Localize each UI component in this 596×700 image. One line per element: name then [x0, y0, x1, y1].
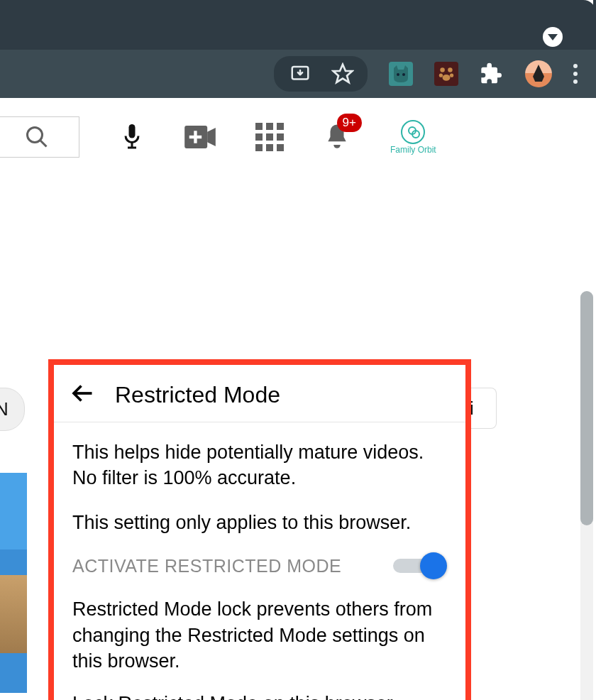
panel-header: Restricted Mode — [54, 378, 465, 422]
svg-point-2 — [397, 73, 399, 76]
toggle-knob — [420, 552, 447, 579]
svg-rect-11 — [129, 124, 136, 138]
notification-badge: 9+ — [337, 114, 362, 132]
svg-point-5 — [448, 67, 453, 72]
arrow-left-icon — [70, 381, 95, 406]
browser-menu-button[interactable] — [573, 64, 578, 84]
apps-button[interactable] — [255, 123, 284, 151]
panel-description-1: This helps hide potentially mature video… — [72, 439, 447, 491]
svg-point-6 — [439, 74, 443, 77]
lock-description: Restricted Mode lock prevents others fro… — [72, 596, 447, 674]
video-thumbnail[interactable]: 21:2 — [0, 473, 27, 693]
svg-marker-1 — [333, 65, 353, 82]
star-icon[interactable] — [331, 62, 355, 86]
svg-line-10 — [40, 141, 47, 147]
account-button[interactable]: Family Orbit — [390, 120, 436, 154]
notifications-button[interactable]: 9+ — [324, 122, 351, 152]
search-button[interactable] — [0, 116, 79, 158]
search-icon — [24, 124, 50, 150]
svg-marker-15 — [207, 128, 216, 146]
profile-avatar[interactable] — [525, 60, 552, 87]
svg-rect-17 — [189, 136, 202, 138]
restricted-mode-panel: Restricted Mode This helps hide potentia… — [54, 365, 465, 700]
browser-toolbar — [0, 50, 596, 98]
filter-chip-partial[interactable]: N — [0, 388, 25, 431]
extension-paw-icon[interactable] — [434, 62, 458, 86]
svg-point-3 — [402, 73, 405, 76]
filter-chips-row: N — [0, 388, 25, 431]
family-orbit-icon — [401, 120, 425, 144]
browser-tab-bar — [0, 0, 596, 50]
tab-dropdown-button[interactable] — [543, 27, 563, 47]
svg-point-9 — [28, 128, 43, 143]
activate-row: ACTIVATE RESTRICTED MODE — [72, 554, 447, 578]
download-icon[interactable] — [288, 62, 312, 86]
panel-description-2: This setting only applies to this browse… — [72, 510, 447, 535]
svg-point-4 — [440, 67, 445, 72]
activate-label: ACTIVATE RESTRICTED MODE — [72, 556, 341, 576]
svg-point-7 — [450, 74, 453, 77]
svg-point-8 — [443, 75, 451, 81]
chevron-down-icon — [548, 34, 558, 40]
panel-title: Restricted Mode — [115, 382, 280, 408]
restricted-mode-toggle[interactable] — [393, 554, 447, 578]
back-button[interactable] — [70, 381, 95, 409]
apps-grid-icon — [255, 123, 284, 151]
address-bar-actions — [274, 56, 368, 92]
extension-cat-icon[interactable] — [389, 62, 413, 86]
account-label: Family Orbit — [390, 146, 436, 154]
scrollbar-thumb[interactable] — [580, 291, 593, 525]
lock-restricted-mode-link[interactable]: Lock Restricted Mode on this browser — [72, 693, 447, 700]
youtube-header: 9+ Family Orbit — [0, 98, 596, 176]
create-button[interactable] — [184, 126, 216, 148]
restricted-mode-panel-highlight: Restricted Mode This helps hide potentia… — [48, 359, 471, 700]
voice-search-button[interactable] — [119, 121, 145, 153]
extensions-icon[interactable] — [480, 62, 504, 86]
